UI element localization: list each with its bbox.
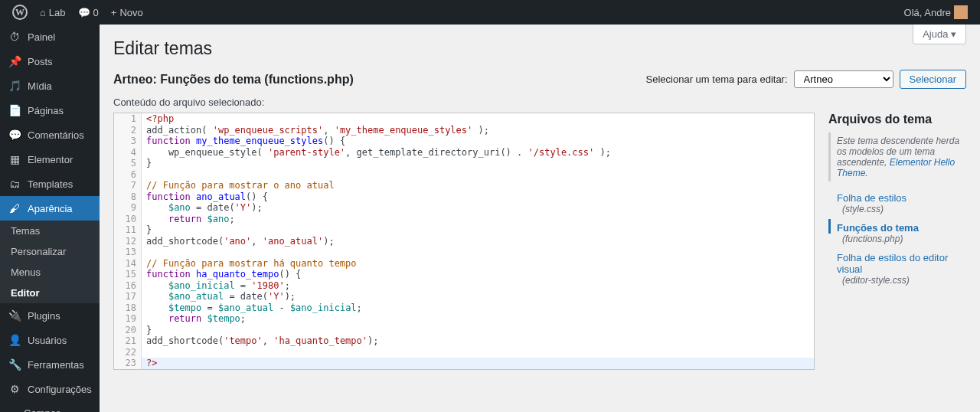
sidebar-item-appearance[interactable]: 🖌Aparência: [0, 196, 100, 221]
submenu-item[interactable]: Editor: [0, 283, 100, 303]
pin-icon: 📌: [8, 55, 21, 67]
sidebar-item-comments[interactable]: 💬Comentários: [0, 123, 100, 147]
code-line[interactable]: 19 return $tempo;: [114, 313, 814, 325]
wordpress-logo-icon: W: [12, 5, 28, 20]
code-line[interactable]: 14// Função para mostrar há quanto tempo: [114, 258, 814, 270]
code-text[interactable]: $ano = date('Y');: [142, 202, 814, 214]
sidebar-item-settings[interactable]: ⚙Configurações: [0, 377, 100, 401]
code-text[interactable]: }: [142, 325, 814, 336]
theme-select[interactable]: Artneo: [794, 70, 893, 88]
line-number: 6: [114, 169, 142, 181]
sidebar-item-dashboard[interactable]: ⏱Painel: [0, 25, 100, 49]
code-text[interactable]: [142, 169, 814, 181]
greeting-text: Olá, Andre: [904, 7, 951, 18]
sidebar-item-media[interactable]: 🎵Mídia: [0, 74, 100, 98]
code-text[interactable]: wp_enqueue_style( 'parent-style', get_te…: [142, 147, 814, 159]
sidebar-item-fields[interactable]: ▤Campos Personalizados: [0, 401, 100, 412]
code-text[interactable]: add_action( 'wp_enqueue_scripts', 'my_th…: [142, 125, 814, 136]
code-text[interactable]: [142, 347, 814, 358]
sidebar-item-label: Páginas: [28, 105, 64, 116]
theme-file-link[interactable]: Folha de estilos: [828, 189, 966, 204]
select-theme-button[interactable]: Selecionar: [900, 70, 966, 89]
sidebar-item-elementor[interactable]: ▦Elementor: [0, 147, 100, 172]
code-line[interactable]: 23?>: [114, 358, 814, 369]
code-line[interactable]: 9 $ano = date('Y');: [114, 202, 814, 214]
code-line[interactable]: 10 return $ano;: [114, 214, 814, 225]
code-line[interactable]: 20}: [114, 325, 814, 336]
current-file-title: Artneo: Funções do tema (functions.php): [113, 73, 354, 87]
user-account-link[interactable]: Olá, Andre: [900, 0, 972, 25]
sidebar-item-users[interactable]: 👤Usuários: [0, 328, 100, 352]
code-line[interactable]: 13: [114, 247, 814, 258]
plugins-icon: 🔌: [8, 309, 21, 322]
sidebar-item-tools[interactable]: 🔧Ferramentas: [0, 352, 100, 377]
page-title: Editar temas: [113, 38, 966, 59]
code-text[interactable]: add_shortcode('ano', 'ano_atual');: [142, 236, 814, 247]
code-line[interactable]: 22: [114, 347, 814, 358]
code-line[interactable]: 11}: [114, 224, 814, 236]
code-line[interactable]: 12add_shortcode('ano', 'ano_atual');: [114, 236, 814, 247]
code-text[interactable]: $ano_inicial = '1980';: [142, 280, 814, 292]
code-text[interactable]: $ano_atual = date('Y');: [142, 291, 814, 302]
theme-files-desc: Este tema descendente herda os modelos d…: [828, 132, 966, 181]
code-text[interactable]: [142, 247, 814, 258]
sidebar-item-templates[interactable]: 🗂Templates: [0, 172, 100, 196]
submenu-item[interactable]: Menus: [0, 262, 100, 283]
topbar-left: W ⌂ Lab 💬 0 + Novo: [8, 0, 148, 25]
sidebar-item-label: Ferramentas: [28, 359, 84, 371]
theme-file-link[interactable]: Funções do tema: [828, 219, 966, 234]
sidebar-submenu: TemasPersonalizarMenusEditor: [0, 221, 100, 303]
code-line[interactable]: 21add_shortcode('tempo', 'ha_quanto_temp…: [114, 335, 814, 347]
code-text[interactable]: function ano_atual() {: [142, 191, 814, 203]
code-line[interactable]: 4 wp_enqueue_style( 'parent-style', get_…: [114, 147, 814, 159]
code-text[interactable]: }: [142, 158, 814, 169]
code-text[interactable]: add_shortcode('tempo', 'ha_quanto_tempo'…: [142, 335, 814, 347]
code-line[interactable]: 17 $ano_atual = date('Y');: [114, 291, 814, 302]
appearance-icon: 🖌: [8, 202, 21, 214]
code-line[interactable]: 7// Função para mostrar o ano atual: [114, 180, 814, 191]
code-line[interactable]: 18 $tempo = $ano_atual - $ano_inicial;: [114, 302, 814, 314]
theme-file-link[interactable]: Folha de estilos do editor visual: [828, 249, 966, 275]
theme-file-filename: (functions.php): [828, 234, 966, 249]
plus-icon: +: [111, 7, 117, 18]
sidebar-item-pages[interactable]: 📄Páginas: [0, 98, 100, 123]
code-line[interactable]: 15function ha_quanto_tempo() {: [114, 269, 814, 280]
code-text[interactable]: }: [142, 224, 814, 236]
sidebar-item-label: Mídia: [28, 80, 52, 92]
wp-logo-menu[interactable]: W: [8, 0, 32, 25]
new-content-link[interactable]: + Novo: [106, 0, 148, 25]
help-button[interactable]: Ajuda ▾: [913, 25, 966, 44]
sidebar-item-plugins[interactable]: 🔌Plugins: [0, 303, 100, 328]
code-text[interactable]: return $ano;: [142, 214, 814, 225]
code-text[interactable]: return $tempo;: [142, 313, 814, 325]
sidebar-item-pin[interactable]: 📌Posts: [0, 49, 100, 74]
code-line[interactable]: 1<?php: [114, 113, 814, 125]
code-line[interactable]: 8function ano_atual() {: [114, 191, 814, 203]
site-home-link[interactable]: ⌂ Lab: [35, 0, 70, 25]
code-line[interactable]: 5}: [114, 158, 814, 169]
line-number: 11: [114, 224, 142, 236]
theme-select-wrap: Selecionar um tema para editar: Artneo S…: [646, 70, 966, 89]
code-line[interactable]: 6: [114, 169, 814, 181]
comments-link[interactable]: 💬 0: [74, 0, 103, 25]
line-number: 13: [114, 247, 142, 258]
submenu-item[interactable]: Personalizar: [0, 241, 100, 262]
file-selected-label: Conteúdo do arquivo selecionado:: [113, 96, 966, 108]
sidebar-item-label: Aparência: [28, 203, 73, 214]
code-line[interactable]: 3function my_theme_enqueue_styles() {: [114, 136, 814, 147]
code-text[interactable]: <?php: [142, 113, 814, 125]
theme-files-title: Arquivos do tema: [828, 113, 966, 126]
code-text[interactable]: function ha_quanto_tempo() {: [142, 269, 814, 280]
code-text[interactable]: // Função para mostrar há quanto tempo: [142, 258, 814, 270]
code-line[interactable]: 2add_action( 'wp_enqueue_scripts', 'my_t…: [114, 125, 814, 136]
code-text[interactable]: $tempo = $ano_atual - $ano_inicial;: [142, 302, 814, 314]
settings-icon: ⚙: [8, 383, 21, 395]
code-text[interactable]: // Função para mostrar o ano atual: [142, 180, 814, 191]
submenu-item[interactable]: Temas: [0, 221, 100, 241]
code-line[interactable]: 16 $ano_inicial = '1980';: [114, 280, 814, 292]
code-editor[interactable]: 1<?php2add_action( 'wp_enqueue_scripts',…: [113, 113, 815, 370]
code-text[interactable]: function my_theme_enqueue_styles() {: [142, 136, 814, 147]
dashboard-icon: ⏱: [8, 31, 21, 43]
line-number: 17: [114, 291, 142, 302]
code-text[interactable]: ?>: [142, 358, 814, 369]
